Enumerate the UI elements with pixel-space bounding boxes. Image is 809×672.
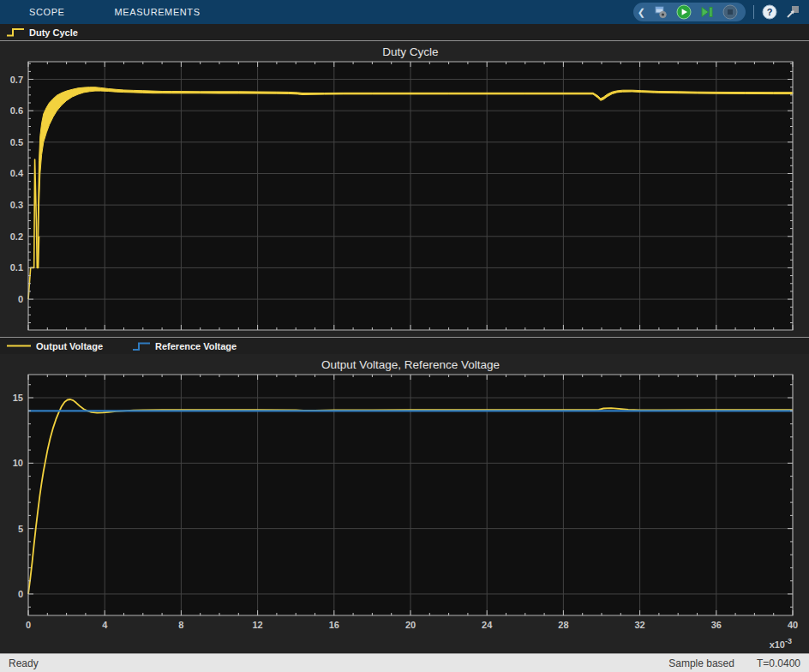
svg-text:Duty Cycle: Duty Cycle (382, 45, 438, 58)
svg-text:20: 20 (405, 620, 416, 630)
stop-icon (722, 4, 738, 20)
duty-cycle-plot[interactable]: 00.10.20.30.40.50.60.7Duty Cycle (0, 41, 809, 337)
svg-text:5: 5 (18, 524, 23, 534)
legend-label: Duty Cycle (29, 27, 78, 38)
toolstrip: SCOPE MEASUREMENTS ❮ (0, 0, 809, 24)
x-axis-scale-label: x10-3 (770, 637, 792, 650)
svg-text:0.2: 0.2 (10, 231, 23, 242)
svg-text:36: 36 (711, 620, 722, 630)
svg-text:Output Voltage, Reference Volt: Output Voltage, Reference Voltage (321, 358, 500, 371)
legend-duty-cycle: Duty Cycle (0, 24, 809, 41)
dock-icon[interactable] (785, 4, 800, 20)
tab-measurements[interactable]: MEASUREMENTS (108, 0, 207, 24)
svg-text:10: 10 (13, 458, 23, 468)
toolbar: ❮ (633, 3, 809, 21)
help-icon[interactable]: ? (762, 4, 777, 20)
legend-item-output-voltage[interactable]: Output Voltage (6, 340, 103, 351)
legend-label: Reference Voltage (155, 341, 237, 351)
scope-window: SCOPE MEASUREMENTS ❮ (0, 0, 809, 672)
svg-text:?: ? (767, 7, 773, 17)
simulation-tool-group: ❮ (633, 3, 746, 21)
svg-text:0.1: 0.1 (10, 262, 23, 273)
svg-text:16: 16 (329, 620, 339, 630)
toolstrip-tabs: SCOPE MEASUREMENTS (0, 0, 207, 24)
svg-text:0.3: 0.3 (10, 200, 23, 210)
status-text: Ready (9, 657, 39, 669)
status-bar: Ready Sample based T=0.0400 (0, 653, 809, 672)
line-glyph-icon (6, 340, 32, 351)
svg-text:8: 8 (178, 620, 183, 630)
svg-text:28: 28 (558, 620, 568, 630)
svg-text:12: 12 (252, 620, 262, 630)
voltage-plot[interactable]: 0510150481216202428323640Output Voltage,… (0, 354, 809, 653)
toolbar-separator (753, 5, 754, 19)
step-glyph-icon (132, 340, 151, 351)
legend-item-reference-voltage[interactable]: Reference Voltage (132, 340, 237, 351)
open-model-icon[interactable] (653, 4, 668, 20)
svg-text:32: 32 (634, 620, 644, 630)
voltage-panel: 0510150481216202428323640Output Voltage,… (0, 354, 809, 653)
svg-text:0.5: 0.5 (10, 137, 23, 147)
svg-text:0: 0 (18, 589, 23, 599)
svg-text:0.6: 0.6 (10, 105, 23, 116)
sample-mode-label: Sample based (668, 657, 734, 669)
svg-text:15: 15 (13, 393, 23, 403)
svg-text:0.7: 0.7 (10, 75, 23, 85)
tab-scope[interactable]: SCOPE (22, 0, 72, 24)
svg-text:0: 0 (26, 620, 31, 630)
step-forward-icon[interactable] (699, 4, 715, 20)
run-icon[interactable] (676, 4, 692, 20)
svg-text:24: 24 (482, 620, 493, 630)
step-glyph-icon (6, 27, 25, 38)
sim-time-label: T=0.0400 (757, 657, 800, 669)
duty-cycle-panel: 00.10.20.30.40.50.60.7Duty Cycle (0, 41, 809, 337)
svg-text:0: 0 (18, 294, 23, 304)
svg-text:40: 40 (788, 620, 798, 630)
legend-voltages: Output Voltage Reference Voltage (0, 337, 809, 354)
collapse-chevron-icon[interactable]: ❮ (638, 8, 645, 17)
legend-label: Output Voltage (36, 341, 103, 351)
svg-text:4: 4 (102, 620, 108, 630)
svg-text:0.4: 0.4 (10, 168, 24, 178)
legend-item-duty-cycle[interactable]: Duty Cycle (6, 27, 78, 38)
